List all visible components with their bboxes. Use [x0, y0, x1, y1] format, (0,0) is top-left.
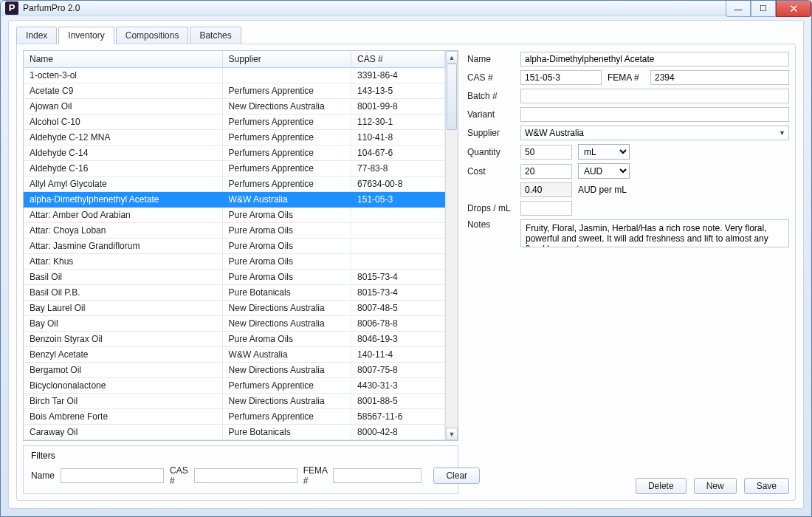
col-cas[interactable]: CAS # [351, 51, 445, 68]
grid-scrollbar[interactable]: ▲ ▼ [445, 51, 458, 440]
table-row[interactable]: Basil Oil P.B.Pure Botanicals8015-73-4 [24, 285, 445, 301]
save-button[interactable]: Save [744, 478, 789, 494]
variant-field[interactable] [520, 107, 789, 122]
table-row[interactable]: Bay Laurel OilNew Directions Australia80… [24, 301, 445, 316]
table-row[interactable]: alpha-Dimethylphenethyl AcetateW&W Austr… [24, 192, 445, 208]
cell-supplier: Pure Aroma Oils [223, 332, 351, 347]
cell-supplier: Perfumers Apprentice [223, 378, 351, 394]
table-row[interactable]: Ajowan OilNew Directions Australia8001-9… [24, 99, 445, 114]
cell-supplier: Perfumers Apprentice [223, 114, 351, 130]
maximize-button[interactable]: ☐ [751, 1, 776, 17]
table-row[interactable]: BicyclononalactonePerfumers Apprentice44… [24, 378, 445, 394]
notes-field[interactable]: Fruity, Floral, Jasmin, Herbal/Has a ric… [520, 219, 789, 247]
scroll-up-button[interactable]: ▲ [446, 51, 458, 64]
table-row[interactable]: Attar: Jasmine GrandiflorumPure Aroma Oi… [24, 239, 445, 254]
table-row[interactable]: Alcohol C-10Perfumers Apprentice112-30-1 [24, 114, 445, 130]
fema-field[interactable] [650, 70, 789, 85]
cell-name: Attar: Khus [24, 254, 223, 270]
cell-cas: 77-83-8 [351, 161, 445, 177]
tab-strip: IndexInventoryCompositionsBatches [16, 27, 796, 44]
scroll-down-button[interactable]: ▼ [446, 428, 458, 440]
cell-supplier: Pure Aroma Oils [223, 254, 351, 270]
close-button[interactable]: ✕ [776, 1, 811, 17]
tab-batches[interactable]: Batches [190, 27, 241, 44]
clear-filters-button[interactable]: Clear [433, 468, 480, 484]
table-row[interactable]: Benzyl AcetateW&W Australia140-11-4 [24, 347, 445, 363]
scroll-thumb[interactable] [447, 64, 457, 130]
table-row[interactable]: Aldehyde C-12 MNAPerfumers Apprentice110… [24, 130, 445, 145]
cell-cas: 3391-86-4 [351, 68, 445, 83]
cell-cas: 112-30-1 [351, 114, 445, 130]
table-row[interactable]: Caraway OilPure Botanicals8000-42-8 [24, 425, 445, 440]
window-title: ParfumPro 2.0 [23, 3, 80, 13]
cas-label: CAS # [467, 72, 515, 83]
cell-cas: 104-67-6 [351, 145, 445, 161]
cas-field[interactable] [520, 70, 602, 85]
supplier-select[interactable]: W&W Australia ▼ [520, 126, 789, 140]
supplier-label: Supplier [467, 128, 515, 138]
table-row[interactable]: Basil OilPure Aroma Oils8015-73-4 [24, 270, 445, 285]
table-row[interactable]: Bois Ambrene FortePerfumers Apprentice58… [24, 409, 445, 425]
chevron-down-icon: ▼ [779, 129, 785, 137]
cell-name: Aldehyde C-14 [24, 145, 223, 161]
minimize-button[interactable]: — [726, 1, 751, 17]
cell-supplier: Perfumers Apprentice [223, 409, 351, 425]
cost-label: Cost [467, 166, 515, 177]
tab-index[interactable]: Index [16, 27, 57, 44]
cell-supplier: Pure Aroma Oils [223, 223, 351, 239]
filters-legend: Filters [31, 451, 55, 461]
currency-select[interactable]: AUD [578, 163, 630, 179]
table-row[interactable]: Attar: Choya LobanPure Aroma Oils [24, 223, 445, 239]
cell-cas: 143-13-5 [351, 83, 445, 99]
content-area: IndexInventoryCompositionsBatches Name S… [8, 20, 804, 509]
tab-compositions[interactable]: Compositions [116, 27, 189, 44]
filter-cas-label: CAS # [170, 465, 188, 486]
col-name[interactable]: Name [24, 51, 223, 68]
cell-supplier: Pure Botanicals [223, 285, 351, 301]
quantity-label: Quantity [467, 147, 515, 157]
table-row[interactable]: Benzoin Styrax OilPure Aroma Oils8046-19… [24, 332, 445, 347]
name-field[interactable] [520, 52, 789, 66]
cell-cas [351, 239, 445, 254]
unit-price-label: AUD per mL [578, 185, 627, 195]
tab-inventory[interactable]: Inventory [58, 27, 114, 44]
cell-supplier: New Directions Australia [223, 394, 351, 409]
filter-cas-input[interactable] [194, 468, 297, 483]
col-supplier[interactable]: Supplier [223, 51, 351, 68]
table-row[interactable]: Attar: KhusPure Aroma Oils [24, 254, 445, 270]
table-row[interactable]: Aldehyde C-16Perfumers Apprentice77-83-8 [24, 161, 445, 177]
cost-field[interactable] [520, 164, 572, 179]
cell-name: Bois Ambrene Forte [24, 409, 223, 425]
delete-button[interactable]: Delete [636, 478, 687, 494]
table-row[interactable]: 1-octen-3-ol3391-86-4 [24, 68, 445, 83]
table-row[interactable]: Bay OilNew Directions Australia8006-78-8 [24, 316, 445, 332]
titlebar: P ParfumPro 2.0 — ☐ ✕ [1, 1, 811, 16]
cell-cas [351, 254, 445, 270]
cell-name: Aldehyde C-16 [24, 161, 223, 177]
filter-name-input[interactable] [61, 468, 164, 483]
cell-cas: 8001-88-5 [351, 394, 445, 409]
table-row[interactable]: Allyl Amyl GlycolatePerfumers Apprentice… [24, 177, 445, 192]
table-row[interactable]: Bergamot OilNew Directions Australia8007… [24, 363, 445, 378]
batch-field[interactable] [520, 89, 789, 103]
grid-body[interactable]: 1-octen-3-ol3391-86-4Acetate C9Perfumers… [24, 68, 445, 440]
quantity-unit-select[interactable]: mL [578, 144, 630, 160]
table-row[interactable]: Aldehyde C-14Perfumers Apprentice104-67-… [24, 145, 445, 161]
app-icon: P [5, 1, 18, 15]
table-row[interactable]: Birch Tar OilNew Directions Australia800… [24, 394, 445, 409]
new-button[interactable]: New [694, 478, 737, 494]
quantity-field[interactable] [520, 145, 572, 160]
cell-cas: 140-11-4 [351, 347, 445, 363]
cell-name: Alcohol C-10 [24, 114, 223, 130]
cell-name: Bay Oil [24, 316, 223, 332]
drops-field[interactable] [520, 201, 572, 216]
table-row[interactable]: Acetate C9Perfumers Apprentice143-13-5 [24, 83, 445, 99]
table-row[interactable]: Attar: Amber Ood ArabianPure Aroma Oils [24, 208, 445, 223]
cell-name: Bay Laurel Oil [24, 301, 223, 316]
cell-name: Attar: Choya Loban [24, 223, 223, 239]
cell-supplier: Pure Aroma Oils [223, 239, 351, 254]
cell-supplier: New Directions Australia [223, 99, 351, 114]
filter-fema-label: FEMA # [303, 465, 328, 486]
cell-cas: 67634-00-8 [351, 177, 445, 192]
filter-fema-input[interactable] [333, 468, 422, 483]
